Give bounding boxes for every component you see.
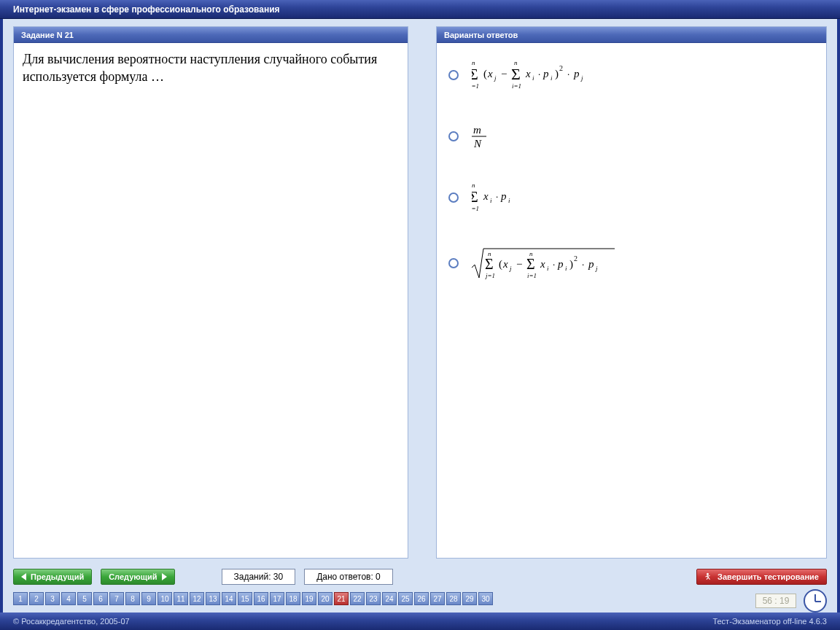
svg-text:p: p — [573, 68, 580, 79]
formula-3: n Σ i=1 x i · p i — [472, 182, 530, 214]
nav-row-top: Предыдущий Следующий Заданий: 30 Дано от… — [13, 569, 827, 585]
svg-text:x: x — [525, 68, 531, 79]
svg-text:Σ: Σ — [472, 65, 478, 83]
page-num-10[interactable]: 10 — [158, 592, 172, 605]
arrow-left-icon — [21, 573, 26, 580]
svg-text:j: j — [580, 74, 583, 82]
svg-text:): ) — [555, 68, 559, 80]
page-num-9[interactable]: 9 — [141, 592, 156, 605]
answer-option-4[interactable]: n Σ j=1 ( x j − n Σ i=1 x i · p — [448, 246, 817, 281]
answers-panel-header: Варианты ответов — [437, 27, 826, 43]
page-num-17[interactable]: 17 — [270, 592, 284, 605]
radio-icon[interactable] — [448, 131, 459, 141]
footer-left: © Росаккредагентство, 2005-07 — [13, 617, 130, 626]
answered-box: Дано ответов: 0 — [304, 569, 393, 585]
nav-row-bottom: 1234567891011121314151617181920212223242… — [13, 592, 827, 605]
finish-button[interactable]: Завершить тестирование — [696, 569, 827, 585]
svg-text:j=1: j=1 — [472, 82, 479, 90]
page-num-22[interactable]: 22 — [350, 592, 365, 605]
page-num-3[interactable]: 3 — [45, 592, 60, 605]
answers-panel: Варианты ответов n Σ j=1 ( x j − n Σ — [436, 26, 827, 559]
svg-text:(: ( — [483, 68, 487, 80]
svg-text:j: j — [509, 265, 512, 272]
svg-text:p: p — [557, 258, 564, 270]
question-header-text: Задание N 21 — [21, 31, 74, 39]
page-num-23[interactable]: 23 — [366, 592, 381, 605]
page-num-25[interactable]: 25 — [398, 592, 413, 605]
radio-icon[interactable] — [448, 258, 459, 268]
page-num-27[interactable]: 27 — [430, 592, 445, 605]
radio-icon[interactable] — [448, 70, 459, 80]
svg-text:p: p — [542, 68, 549, 79]
svg-text:Σ: Σ — [472, 187, 478, 206]
page-num-1[interactable]: 1 — [13, 592, 28, 605]
total-tasks-box: Заданий: 30 — [222, 569, 296, 585]
answer-option-3[interactable]: n Σ i=1 x i · p i — [448, 182, 817, 214]
svg-text:i: i — [490, 197, 492, 204]
svg-text:(: ( — [499, 258, 502, 271]
svg-text:i: i — [551, 74, 553, 82]
page-num-19[interactable]: 19 — [302, 592, 316, 605]
svg-text:i=1: i=1 — [472, 205, 479, 212]
answered-label: Дано ответов: 0 — [316, 572, 381, 582]
clock-icon — [804, 589, 827, 612]
question-pager: 1234567891011121314151617181920212223242… — [13, 592, 493, 605]
svg-point-51 — [707, 573, 709, 575]
page-num-20[interactable]: 20 — [318, 592, 332, 605]
page-num-11[interactable]: 11 — [174, 592, 188, 605]
svg-text:Σ: Σ — [526, 256, 535, 272]
question-panel-header: Задание N 21 — [14, 27, 408, 43]
svg-text:−: − — [516, 258, 522, 270]
nav-area: Предыдущий Следующий Заданий: 30 Дано от… — [3, 564, 837, 612]
formula-1: n Σ j=1 ( x j − n Σ i=1 x i · p — [472, 59, 618, 91]
svg-text:x: x — [540, 258, 545, 270]
page-num-4[interactable]: 4 — [61, 592, 76, 605]
page-num-2[interactable]: 2 — [29, 592, 44, 605]
svg-text:·: · — [567, 69, 569, 79]
page-num-26[interactable]: 26 — [414, 592, 429, 605]
page-num-15[interactable]: 15 — [238, 592, 252, 605]
page-num-29[interactable]: 29 — [462, 592, 477, 605]
page-num-6[interactable]: 6 — [93, 592, 108, 605]
svg-text:x: x — [487, 68, 493, 79]
page-num-8[interactable]: 8 — [125, 592, 140, 605]
radio-icon[interactable] — [448, 192, 459, 203]
prev-button-label: Предыдущий — [31, 572, 84, 581]
answer-option-1[interactable]: n Σ j=1 ( x j − n Σ i=1 x i · p — [448, 59, 817, 91]
next-button-label: Следующий — [109, 572, 157, 581]
timer-value: 56 : 19 — [763, 596, 790, 606]
timer-display: 56 : 19 — [755, 594, 796, 608]
svg-text:·: · — [553, 259, 555, 270]
page-num-24[interactable]: 24 — [382, 592, 397, 605]
page-num-21[interactable]: 21 — [334, 592, 349, 605]
answer-option-2[interactable]: m N — [448, 123, 817, 149]
svg-text:p: p — [500, 190, 507, 202]
formula-4: n Σ j=1 ( x j − n Σ i=1 x i · p — [472, 246, 632, 281]
arrow-right-icon — [162, 573, 167, 580]
svg-text:x: x — [483, 190, 489, 202]
svg-text:): ) — [569, 258, 573, 271]
page-num-5[interactable]: 5 — [77, 592, 92, 605]
svg-text:j: j — [494, 74, 497, 82]
next-button[interactable]: Следующий — [101, 569, 174, 585]
question-body: Для вычисления вероятности наступления с… — [14, 43, 408, 558]
formula-2: m N — [472, 123, 501, 149]
svg-text:m: m — [473, 124, 481, 136]
page-num-16[interactable]: 16 — [254, 592, 268, 605]
page-num-30[interactable]: 30 — [478, 592, 493, 605]
prev-button[interactable]: Предыдущий — [13, 569, 92, 585]
page-num-14[interactable]: 14 — [222, 592, 236, 605]
svg-text:·: · — [538, 69, 540, 79]
svg-text:·: · — [496, 191, 498, 202]
page-num-7[interactable]: 7 — [109, 592, 124, 605]
page-num-13[interactable]: 13 — [206, 592, 220, 605]
svg-text:i: i — [565, 265, 567, 272]
svg-text:i: i — [547, 265, 549, 272]
page-num-28[interactable]: 28 — [446, 592, 461, 605]
page-num-18[interactable]: 18 — [286, 592, 300, 605]
svg-text:·: · — [582, 259, 584, 270]
svg-text:x: x — [502, 258, 508, 270]
page-num-12[interactable]: 12 — [190, 592, 204, 605]
svg-text:Σ: Σ — [511, 65, 521, 83]
svg-text:i: i — [532, 74, 534, 82]
